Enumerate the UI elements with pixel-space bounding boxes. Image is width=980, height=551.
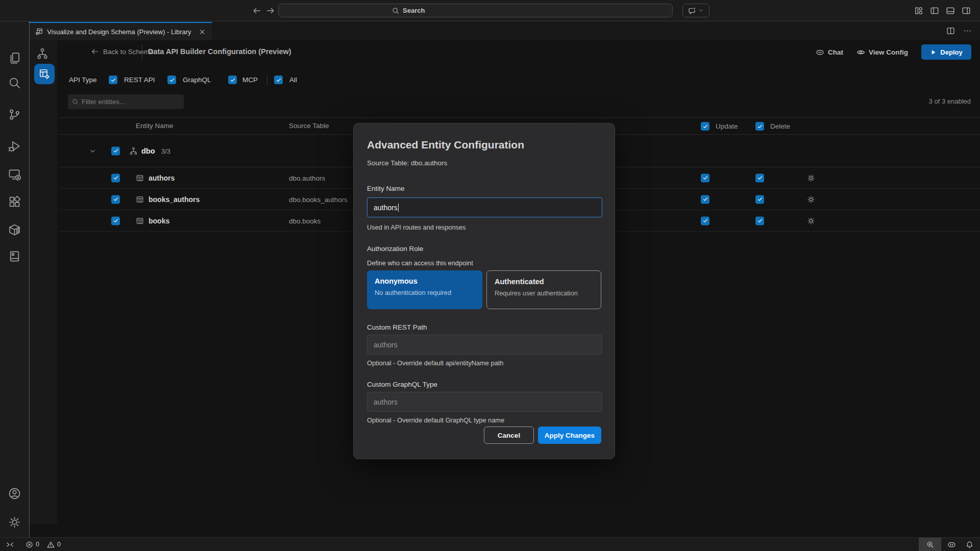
- chat-sparkle-icon: [688, 7, 696, 15]
- row-checkbox[interactable]: [111, 195, 120, 204]
- chat-button[interactable]: Chat: [816, 48, 843, 57]
- database-projects-icon[interactable]: [8, 250, 21, 263]
- source-control-icon[interactable]: [8, 108, 21, 121]
- warning-count: 0: [57, 541, 61, 548]
- entity-name-input[interactable]: authors: [367, 197, 602, 217]
- extensions-icon[interactable]: [8, 195, 21, 208]
- custom-rest-path-input[interactable]: [367, 335, 602, 355]
- group-expand-chevron-icon[interactable]: [89, 147, 96, 155]
- update-checkbox[interactable]: [701, 173, 709, 182]
- entity-name-value: authors: [374, 204, 398, 212]
- row-checkbox[interactable]: [111, 173, 120, 182]
- title-bar: Search: [0, 0, 980, 21]
- problems-errors[interactable]: 0: [26, 538, 39, 551]
- search-label: Search: [403, 7, 425, 14]
- filter-search-icon: [72, 98, 79, 105]
- filter-entities-input[interactable]: [82, 98, 168, 106]
- update-checkbox[interactable]: [701, 195, 709, 204]
- tab-title: Visualize and Design Schema (Preview) - …: [47, 28, 191, 36]
- api-type-divider: [267, 74, 267, 86]
- row-settings-gear-icon[interactable]: [807, 174, 815, 182]
- update-checkbox[interactable]: [701, 216, 709, 225]
- accounts-icon[interactable]: [8, 487, 21, 500]
- role-authenticated-title: Authenticated: [495, 278, 593, 286]
- schema-designer-icon: [35, 28, 43, 36]
- remote-explorer-icon[interactable]: [8, 168, 21, 181]
- problems-warnings[interactable]: 0: [47, 538, 61, 551]
- search-sidebar-icon[interactable]: [8, 77, 21, 89]
- delete-checkbox[interactable]: [755, 173, 764, 182]
- tab-visualize-design-schema[interactable]: Visualize and Design Schema (Preview) - …: [29, 22, 212, 40]
- warning-icon: [47, 541, 55, 548]
- row-settings-gear-icon[interactable]: [807, 195, 815, 204]
- graphql-label: GraphQL: [183, 76, 211, 85]
- toggle-panel-icon[interactable]: [946, 6, 955, 15]
- custom-graphql-type-help: Optional - Override default GraphQL type…: [367, 416, 504, 424]
- entity-source: dbo.books_authors: [289, 195, 348, 203]
- delete-all-checkbox[interactable]: [755, 122, 764, 131]
- custom-graphql-type-label: Custom GraphQL Type: [367, 381, 437, 388]
- back-to-schema-button[interactable]: Back to Schema: [91, 47, 153, 56]
- designer-nav-strip: [30, 40, 57, 523]
- delete-checkbox[interactable]: [755, 216, 764, 225]
- authorization-role-label: Authorization Role: [367, 245, 423, 253]
- zoom-status-item[interactable]: [919, 538, 941, 551]
- rest-api-label: REST API: [124, 76, 155, 85]
- toggle-primary-sidebar-icon[interactable]: [930, 6, 939, 15]
- copilot-chat-button[interactable]: [682, 4, 709, 17]
- update-all-checkbox[interactable]: [701, 122, 709, 131]
- custom-rest-path-label: Custom REST Path: [367, 323, 427, 331]
- all-label: All: [289, 76, 297, 85]
- page-title: Data API Builder Configuration (Preview): [148, 47, 291, 56]
- api-type-row: API Type REST API GraphQL MCP All: [30, 76, 980, 87]
- advanced-entity-configuration-dialog: Advanced Entity Configuration Source Tab…: [353, 123, 615, 459]
- delete-checkbox[interactable]: [755, 195, 764, 204]
- row-checkbox[interactable]: [111, 216, 120, 225]
- mcp-checkbox[interactable]: [228, 76, 237, 84]
- remote-status-icon: [6, 541, 14, 548]
- page-header: Back to Schema Data API Builder Configur…: [57, 40, 980, 65]
- nav-forward-icon[interactable]: [266, 6, 275, 15]
- table-icon: [136, 217, 144, 225]
- role-authenticated-card[interactable]: Authenticated Requires user authenticati…: [486, 270, 601, 309]
- cancel-button[interactable]: Cancel: [484, 427, 534, 444]
- settings-gear-icon[interactable]: [8, 516, 21, 529]
- custom-graphql-type-input[interactable]: [367, 392, 602, 412]
- copilot-icon: [816, 48, 824, 57]
- graphql-checkbox[interactable]: [167, 76, 176, 84]
- split-editor-icon[interactable]: [946, 27, 955, 35]
- containers-icon[interactable]: [8, 223, 21, 236]
- bell-icon: [966, 541, 973, 548]
- customize-layout-icon[interactable]: [914, 6, 923, 15]
- role-anonymous-card[interactable]: Anonymous No authentication required: [367, 270, 482, 309]
- all-checkbox[interactable]: [274, 76, 283, 84]
- entity-source: dbo.books: [289, 217, 321, 224]
- rest-api-checkbox[interactable]: [109, 76, 117, 84]
- row-settings-gear-icon[interactable]: [807, 217, 815, 225]
- schema-designer-nav-icon[interactable]: [36, 47, 48, 60]
- tab-bar: Visualize and Design Schema (Preview) - …: [29, 22, 980, 40]
- nav-back-icon[interactable]: [252, 6, 261, 15]
- toggle-secondary-sidebar-icon[interactable]: [962, 6, 971, 15]
- notifications-item[interactable]: [966, 538, 973, 551]
- explorer-icon[interactable]: [8, 52, 21, 64]
- run-debug-icon[interactable]: [8, 140, 21, 153]
- remote-indicator[interactable]: [6, 538, 14, 551]
- more-actions-icon[interactable]: [963, 27, 972, 35]
- apply-changes-button[interactable]: Apply Changes: [538, 427, 601, 444]
- entity-name-label: Entity Name: [367, 185, 405, 192]
- deploy-label: Deploy: [940, 48, 962, 56]
- filter-row: 3 of 3 enabled: [30, 94, 980, 110]
- role-authenticated-desc: Requires user authentication: [495, 289, 593, 297]
- view-config-button[interactable]: View Config: [856, 48, 908, 57]
- group-checkbox[interactable]: [111, 146, 120, 155]
- group-name: dbo: [141, 147, 155, 155]
- command-center-search[interactable]: Search: [278, 4, 673, 17]
- deploy-button[interactable]: Deploy: [921, 44, 971, 60]
- dialog-title: Advanced Entity Configuration: [367, 139, 524, 151]
- copilot-status-item[interactable]: [947, 538, 956, 551]
- tab-close-icon[interactable]: [199, 28, 206, 36]
- entity-name: authors: [149, 174, 175, 182]
- col-entity-name: Entity Name: [136, 122, 174, 130]
- view-config-label: View Config: [869, 48, 908, 56]
